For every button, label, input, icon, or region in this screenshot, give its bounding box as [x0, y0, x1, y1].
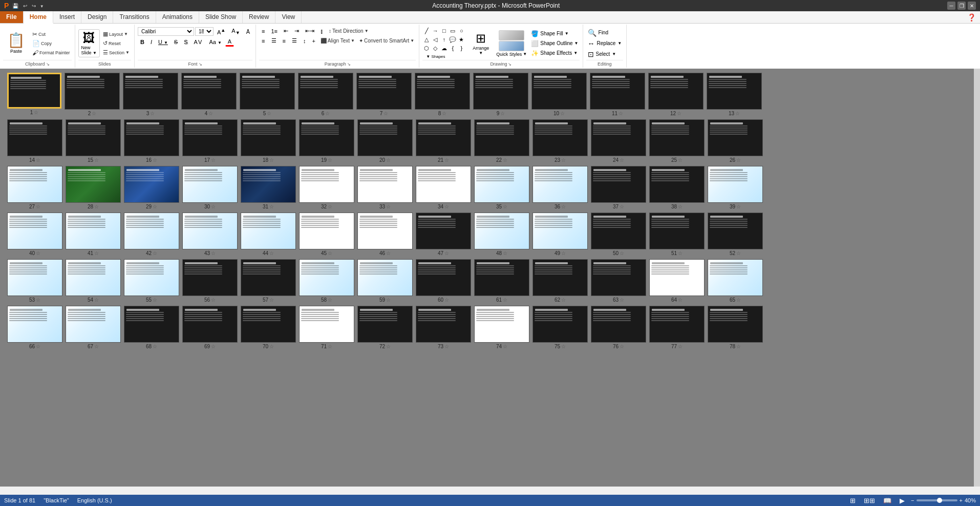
- shape-effects-button[interactable]: ✨ Shape Effects ▼: [530, 49, 579, 57]
- slide-item[interactable]: 49☆: [532, 213, 588, 256]
- text-direction-button[interactable]: ↕ Text Direction ▼: [327, 28, 370, 34]
- slide-item[interactable]: 44☆: [241, 213, 296, 256]
- slide-item[interactable]: 1☆: [7, 73, 61, 116]
- slide-star[interactable]: ☆: [211, 344, 216, 349]
- slide-star[interactable]: ☆: [678, 297, 683, 303]
- increase-indent-button[interactable]: ⇥: [292, 27, 302, 35]
- slide-item[interactable]: 12☆: [648, 73, 704, 116]
- slide-item[interactable]: 47☆: [416, 213, 471, 256]
- slides-group-label[interactable]: Slides: [78, 60, 131, 67]
- slide-star[interactable]: ☆: [269, 250, 274, 256]
- slide-star[interactable]: ☆: [36, 250, 40, 256]
- maximize-btn[interactable]: ❐: [957, 2, 966, 10]
- columns-button[interactable]: ⫿: [318, 27, 326, 35]
- slide-star[interactable]: ☆: [736, 344, 741, 349]
- paragraph-group-label[interactable]: Paragraph ↘: [259, 60, 416, 67]
- slide-star[interactable]: ☆: [208, 111, 213, 116]
- decrease-font-button[interactable]: A▼: [229, 27, 242, 36]
- slide-item[interactable]: 32☆: [299, 166, 354, 209]
- slide-star[interactable]: ☆: [384, 111, 388, 116]
- slide-star[interactable]: ☆: [444, 250, 449, 256]
- slide-item[interactable]: 31☆: [241, 166, 296, 209]
- quick-styles-label[interactable]: Quick Styles ▼: [496, 52, 527, 57]
- line-spacing-button[interactable]: ↕: [301, 37, 309, 45]
- slide-item[interactable]: 6☆: [298, 73, 353, 116]
- slide-star[interactable]: ☆: [386, 250, 391, 256]
- bullets-button[interactable]: ≡: [259, 27, 267, 35]
- slide-item[interactable]: 71☆: [299, 306, 354, 349]
- paste-button[interactable]: 📋 Paste: [3, 31, 29, 55]
- tab-slideshow[interactable]: Slide Show: [199, 11, 243, 23]
- slide-star[interactable]: ☆: [560, 111, 565, 116]
- slide-item[interactable]: 41☆: [66, 213, 121, 256]
- slide-star[interactable]: ☆: [153, 344, 157, 349]
- slide-item[interactable]: 21☆: [416, 119, 471, 163]
- quick-style-2[interactable]: [499, 41, 524, 51]
- tab-design[interactable]: Design: [81, 11, 113, 23]
- char-spacing-button[interactable]: AV: [191, 38, 206, 46]
- shape-diamond[interactable]: ◇: [431, 44, 439, 52]
- slide-item[interactable]: 43☆: [182, 213, 238, 256]
- tab-animations[interactable]: Animations: [156, 11, 199, 23]
- slide-star[interactable]: ☆: [94, 204, 99, 209]
- slide-star[interactable]: ☆: [328, 344, 332, 349]
- italic-button[interactable]: I: [148, 38, 155, 46]
- cut-button[interactable]: ✂ Cut: [31, 30, 72, 38]
- slide-item[interactable]: 22☆: [474, 119, 529, 163]
- slide-star[interactable]: ☆: [325, 111, 330, 116]
- tab-transitions[interactable]: Transitions: [113, 11, 156, 23]
- slide-item[interactable]: 65☆: [708, 259, 763, 303]
- slide-item[interactable]: 69☆: [182, 306, 238, 349]
- slide-item[interactable]: 19☆: [299, 119, 354, 163]
- shape-cloud[interactable]: ☁: [440, 44, 448, 52]
- slide-star[interactable]: ☆: [736, 297, 741, 303]
- slide-star[interactable]: ☆: [735, 111, 740, 116]
- clipboard-group-label[interactable]: Clipboard ↘: [3, 60, 72, 67]
- slide-item[interactable]: 39☆: [708, 166, 763, 209]
- replace-button[interactable]: ↔ Replace ▼: [586, 39, 624, 48]
- slide-item[interactable]: 42☆: [124, 213, 179, 256]
- find-button[interactable]: 🔍 Find: [586, 28, 624, 37]
- slide-star[interactable]: ☆: [386, 297, 391, 303]
- slide-item[interactable]: 76☆: [591, 306, 646, 349]
- zoom-out-btn[interactable]: −: [911, 497, 914, 503]
- slide-star[interactable]: ☆: [386, 344, 391, 349]
- slide-item[interactable]: 34☆: [416, 166, 471, 209]
- slide-star[interactable]: ☆: [444, 157, 449, 163]
- slide-item[interactable]: 38☆: [649, 166, 705, 209]
- shape-arrow-right[interactable]: →: [431, 27, 439, 35]
- slide-item[interactable]: 78☆: [708, 306, 763, 349]
- slide-item[interactable]: 40☆: [7, 213, 62, 256]
- font-size-select[interactable]: 18: [195, 27, 214, 36]
- layout-button[interactable]: ▦ Layout ▼: [101, 30, 131, 38]
- slide-star[interactable]: ☆: [736, 204, 741, 209]
- slide-item[interactable]: 58☆: [299, 259, 354, 303]
- slide-item[interactable]: 51☆: [649, 213, 705, 256]
- slide-item[interactable]: 59☆: [357, 259, 413, 303]
- shape-bracket[interactable]: {: [449, 44, 457, 52]
- shape-arrow-up[interactable]: ↑: [440, 35, 448, 44]
- slide-item[interactable]: 64☆: [649, 259, 705, 303]
- font-color-button[interactable]: A: [225, 37, 234, 47]
- slide-item[interactable]: 68☆: [124, 306, 179, 349]
- slide-star[interactable]: ☆: [503, 250, 507, 256]
- slide-star[interactable]: ☆: [444, 297, 449, 303]
- shape-callout[interactable]: 💬: [449, 35, 457, 44]
- slide-star[interactable]: ☆: [269, 344, 274, 349]
- slide-item[interactable]: 37☆: [591, 166, 646, 209]
- slide-star[interactable]: ☆: [503, 157, 507, 163]
- slide-item[interactable]: 25☆: [649, 119, 705, 163]
- slide-star[interactable]: ☆: [36, 344, 40, 349]
- slide-item[interactable]: 72☆: [357, 306, 413, 349]
- slide-item[interactable]: 36☆: [532, 166, 588, 209]
- undo-qa-btn[interactable]: ↩: [22, 3, 29, 9]
- slide-item[interactable]: 3☆: [123, 73, 178, 116]
- slide-item[interactable]: 20☆: [357, 119, 413, 163]
- slide-star[interactable]: ☆: [94, 157, 99, 163]
- slide-item[interactable]: 10☆: [531, 73, 587, 116]
- reset-button[interactable]: ↺ Reset: [101, 39, 131, 47]
- slide-star[interactable]: ☆: [328, 204, 332, 209]
- shape-star[interactable]: ★: [457, 35, 465, 44]
- slide-star[interactable]: ☆: [736, 157, 741, 163]
- copy-button[interactable]: 📄 Copy: [31, 39, 72, 48]
